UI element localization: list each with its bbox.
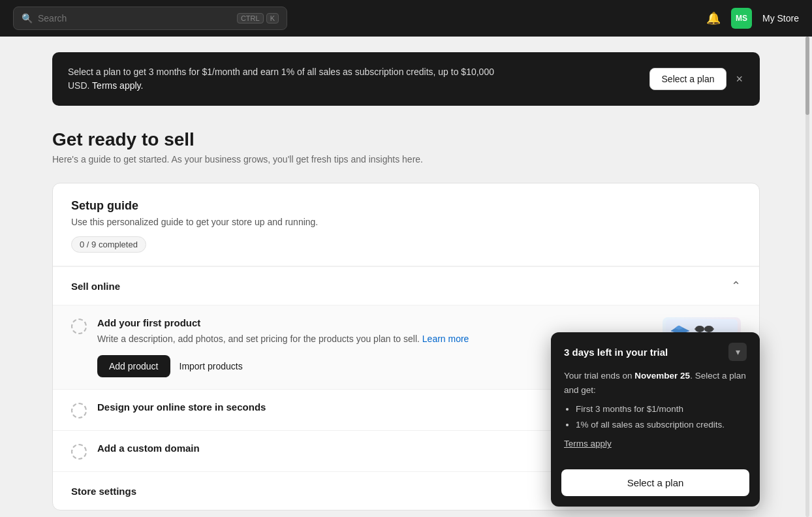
- trial-benefit-2: 1% of all sales as subscription credits.: [576, 418, 747, 432]
- page-title: Get ready to sell: [52, 129, 760, 150]
- search-shortcut: CTRL K: [237, 13, 279, 24]
- import-products-button[interactable]: Import products: [177, 355, 245, 377]
- search-bar[interactable]: 🔍 CTRL K: [13, 7, 287, 30]
- scrollbar-track[interactable]: [805, 37, 809, 517]
- trial-body-line1: Your trial ends on: [564, 371, 634, 381]
- svg-point-1: [695, 326, 704, 332]
- trial-popup-collapse-button[interactable]: ▾: [728, 343, 747, 361]
- add-product-button[interactable]: Add product: [97, 355, 170, 377]
- bell-icon[interactable]: 🔔: [706, 11, 721, 25]
- avatar: MS: [731, 8, 752, 29]
- task-radio-add-product: [71, 319, 87, 334]
- task-radio-custom-domain: [71, 444, 87, 460]
- store-settings-label: Store settings: [71, 486, 136, 497]
- trial-end-date: November 25: [634, 371, 690, 381]
- setup-card-header: Setup guide Use this personalized guide …: [53, 183, 759, 266]
- trial-popup-header: 3 days left in your trial ▾: [551, 332, 760, 369]
- task-radio-design-store: [71, 403, 87, 418]
- banner-select-plan-button[interactable]: Select a plan: [649, 68, 727, 90]
- sell-online-label: Sell online: [71, 281, 120, 292]
- scrollbar-thumb[interactable]: [805, 37, 809, 115]
- trial-benefit-1: First 3 months for $1/month: [576, 402, 747, 416]
- search-icon: 🔍: [22, 13, 33, 24]
- banner-terms-link[interactable]: Terms apply.: [92, 80, 143, 91]
- setup-guide-title: Setup guide: [71, 199, 741, 213]
- kbd-k: K: [266, 13, 279, 24]
- trial-select-plan-button[interactable]: Select a plan: [561, 469, 749, 496]
- search-input[interactable]: [38, 13, 232, 24]
- task-title-add-product: Add your first product: [97, 317, 652, 328]
- main-content: Select a plan to get 3 months for $1/mon…: [0, 37, 812, 517]
- nav-right: 🔔 MS My Store: [706, 8, 799, 29]
- learn-more-link[interactable]: Learn more: [422, 334, 469, 344]
- setup-guide-description: Use this personalized guide to get your …: [71, 217, 741, 227]
- sell-online-chevron-icon: ⌃: [731, 279, 741, 293]
- svg-point-2: [704, 326, 713, 332]
- trial-title: 3 days left in your trial: [564, 347, 668, 358]
- trial-terms-link[interactable]: Terms apply: [564, 439, 612, 448]
- progress-badge: 0 / 9 completed: [71, 236, 146, 253]
- trial-popup-body: Your trial ends on November 25. Select a…: [551, 369, 760, 462]
- trial-popup: 3 days left in your trial ▾ Your trial e…: [551, 332, 760, 507]
- page-subtitle: Here's a guide to get started. As your b…: [52, 154, 760, 164]
- sell-online-section-header[interactable]: Sell online ⌃: [53, 266, 759, 305]
- promo-banner: Select a plan to get 3 months for $1/mon…: [52, 52, 760, 106]
- chevron-down-icon: ▾: [736, 347, 740, 357]
- banner-text: Select a plan to get 3 months for $1/mon…: [68, 65, 512, 93]
- kbd-ctrl: CTRL: [237, 13, 264, 24]
- trial-popup-footer: Select a plan: [551, 462, 760, 507]
- store-name-label: My Store: [762, 13, 799, 24]
- banner-close-button[interactable]: ×: [734, 72, 744, 86]
- trial-benefits-list: First 3 months for $1/month 1% of all sa…: [564, 402, 747, 431]
- banner-actions: Select a plan ×: [649, 68, 744, 90]
- topnav: 🔍 CTRL K 🔔 MS My Store: [0, 0, 812, 37]
